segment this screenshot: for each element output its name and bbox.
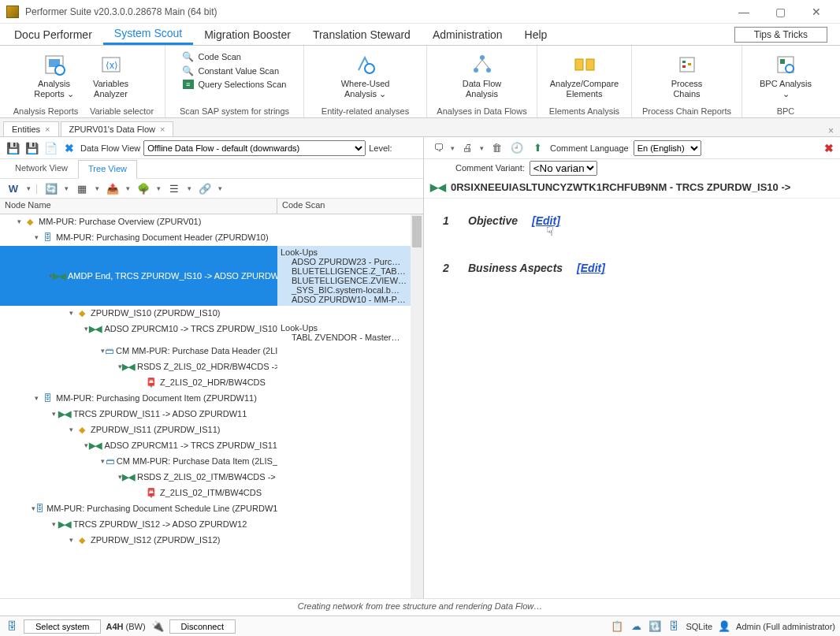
tree-row[interactable]: ▾▶◀RSDS Z_2LIS_02_ITM/BW4CDS -> A — [0, 470, 423, 485]
menu-docu-performer[interactable]: Docu Performer — [3, 25, 103, 44]
tree-scrollbar[interactable] — [411, 214, 423, 598]
cloud-icon[interactable]: ☁ — [629, 619, 643, 634]
sqlite-icon: 🗄 — [667, 619, 681, 634]
trash-icon[interactable]: 🗑 — [489, 141, 504, 155]
expand-icon[interactable]: ▾ — [32, 233, 41, 241]
expand-icon[interactable]: ▾ — [66, 536, 76, 544]
tree-row[interactable]: ▾◆ZPURDW_IS12 (ZPURDW_IS12) — [0, 533, 423, 549]
comment-language-combo[interactable]: En (English) — [634, 140, 701, 156]
tree-label: RSDS Z_2LIS_02_HDR/BW4CDS -> A — [137, 362, 277, 371]
svg-rect-12 — [682, 61, 686, 63]
close-comment-icon[interactable]: ✖ — [824, 142, 834, 154]
comment-variant-combo[interactable]: <No variant> — [530, 161, 597, 176]
close-button[interactable]: ✕ — [799, 1, 834, 23]
tree-row[interactable]: ▾🗄MM-PUR: Purchasing Document Item (ZPUR… — [0, 391, 423, 407]
menu-administration[interactable]: Administration — [422, 25, 514, 44]
h-icon: ▶◀ — [58, 519, 71, 530]
col-code-scan[interactable]: Code Scan — [277, 199, 423, 214]
edit-business-aspects-link[interactable]: [Edit] — [577, 262, 605, 274]
expand-icon[interactable]: ▾ — [49, 410, 58, 418]
analyze-compare-elements-button[interactable]: Analyze/Compare Elements — [547, 50, 622, 101]
process-chains-button[interactable]: Process Chains — [663, 50, 711, 101]
expand-icon[interactable]: ▾ — [49, 520, 58, 528]
tree-row[interactable]: ▾▶◀TRCS ZPURDW_IS11 -> ADSO ZPURDW11 — [0, 407, 423, 422]
tab-entities[interactable]: Entities× — [3, 121, 59, 136]
history-icon[interactable]: 🕘 — [509, 141, 525, 155]
port-icon[interactable]: 🔌 — [151, 619, 165, 634]
tree-row[interactable]: ▾◆ZPURDW_IS10 (ZPURDW_IS10) — [0, 306, 423, 322]
tree-row[interactable]: ▾▶◀ADSO ZPURCM11 -> TRCS ZPURDW_IS11 — [0, 438, 423, 454]
menu-system-scout[interactable]: System Scout — [103, 24, 193, 45]
save-icon[interactable]: 💾 — [5, 140, 20, 156]
tree-row[interactable]: ▾◆ZPURDW_IS11 (ZPURDW_IS11) — [0, 422, 423, 438]
lookup-item: ADSO ZPURDW23 - Purc… — [281, 257, 420, 266]
tips-and-tricks[interactable]: Tips & Tricks — [734, 27, 827, 43]
query-scan-icon: ≡ — [183, 80, 194, 89]
menu-migration-booster[interactable]: Migration Booster — [193, 25, 302, 44]
tree-icon[interactable]: 🌳 — [135, 180, 152, 196]
tree-row[interactable]: 📮Z_2LIS_02_HDR/BW4CDS — [0, 375, 423, 391]
sync-icon[interactable]: 🔃 — [648, 619, 662, 634]
minimize-button[interactable]: — — [727, 1, 761, 23]
menu-help[interactable]: Help — [514, 25, 559, 44]
tree-row[interactable]: ▾◆MM-PUR: Purchase Overview (ZPURV01) — [0, 214, 423, 230]
tab-network-view[interactable]: Network View — [5, 159, 78, 178]
tree-row[interactable]: ▾🗄MM-PUR: Purchasing Document Schedule L… — [0, 501, 423, 517]
where-used-analysis-button[interactable]: Where-Used Analysis ⌄ — [338, 50, 393, 101]
tab-tree-view[interactable]: Tree View — [78, 160, 137, 179]
constant-value-scan[interactable]: 🔍Constant Value Scan — [181, 65, 288, 77]
col-node-name[interactable]: Node Name — [0, 199, 277, 214]
expand-icon[interactable]: ▾ — [66, 309, 76, 317]
close-panel-icon[interactable]: × — [822, 125, 840, 136]
delete-icon[interactable]: ✖ — [61, 140, 77, 156]
bpc-analysis-button[interactable]: BPC Analysis ⌄ — [756, 50, 815, 101]
tree-label: MM-PUR: Purchasing Document Schedule Lin… — [46, 504, 277, 513]
tree-label: CM MM-PUR: Purchase Data Header (2LI — [116, 346, 277, 355]
code-scan-icon: 🔍 — [183, 51, 194, 62]
tree-row[interactable]: ▾▶◀AMDP End, TRCS ZPURDW_IS10 -> ADSO ZP… — [0, 246, 423, 306]
tree-row[interactable]: 📮Z_2LIS_02_ITM/BW4CDS — [0, 485, 423, 501]
h-icon: ▶◀ — [89, 323, 102, 334]
tree-row[interactable]: ▾▶◀ADSO ZPURCM10 -> TRCS ZPURDW_IS10Look… — [0, 322, 423, 344]
expand-icon[interactable]: ▾ — [14, 218, 24, 225]
svg-rect-10 — [586, 59, 594, 70]
confirm-icon[interactable]: 📄 — [43, 140, 58, 156]
disconnect-button[interactable]: Disconnect — [169, 619, 236, 634]
comment-icon[interactable]: 🗨 — [430, 141, 446, 155]
expand-icon[interactable]: ▾ — [32, 394, 41, 402]
tree-row[interactable]: ▾🗃CM MM-PUR: Purchase Data Item (2LIS_ — [0, 454, 423, 470]
select-system-button[interactable]: Select system — [24, 619, 101, 634]
dataflow-view-combo[interactable]: Offline Data Flow - default (downwards) — [143, 140, 366, 156]
cursor-icon: ☟ — [546, 224, 554, 239]
up-arrow-icon[interactable]: ⬆ — [530, 141, 545, 155]
maximize-button[interactable]: ▢ — [763, 1, 797, 23]
db-icon[interactable]: 🗄 — [5, 619, 19, 634]
lookup-item: BLUETELLIGENCE.Z_TAB… — [281, 266, 420, 276]
clipboard-icon[interactable]: 📋 — [610, 619, 624, 634]
up-icon[interactable]: 📤 — [104, 180, 121, 196]
expand-icon[interactable]: ▾ — [66, 426, 76, 433]
variables-analyzer-button[interactable]: ⟨x⟩ Variables Analyzer — [87, 50, 135, 101]
save-all-icon[interactable]: 💾 — [24, 140, 39, 156]
svg-rect-13 — [682, 65, 686, 68]
compare-icon — [573, 53, 597, 76]
tree-row[interactable]: ▾▶◀TRCS ZPURDW_IS12 -> ADSO ZPURDW12 — [0, 517, 423, 533]
tree-row[interactable]: ▾🗄MM-PUR: Purchasing Document Header (ZP… — [0, 230, 423, 246]
tree-row[interactable]: ▾▶◀RSDS Z_2LIS_02_HDR/BW4CDS -> A — [0, 359, 423, 375]
data-flow-analysis-button[interactable]: Data Flow Analysis — [459, 50, 506, 101]
print-icon[interactable]: 🖨 — [459, 141, 475, 155]
tree-row[interactable]: ▾🗃CM MM-PUR: Purchase Data Header (2LI — [0, 344, 423, 359]
close-tab-icon[interactable]: × — [45, 125, 50, 134]
h-icon: ▶◀ — [122, 361, 135, 372]
analysis-reports-button[interactable]: Analysis Reports ⌄ — [31, 50, 78, 101]
query-selections-scan[interactable]: ≡Query Selections Scan — [181, 79, 288, 90]
word-icon[interactable]: W — [5, 180, 22, 196]
tab-dataflow[interactable]: ZPURV01's Data Flow× — [61, 121, 174, 136]
close-tab-icon[interactable]: × — [160, 125, 165, 134]
refresh-icon[interactable]: 🔄 — [43, 180, 60, 196]
link-icon[interactable]: 🔗 — [196, 180, 214, 196]
list-icon[interactable]: ☰ — [165, 180, 183, 196]
code-scan[interactable]: 🔍Code Scan — [181, 50, 288, 63]
menu-translation-steward[interactable]: Translation Steward — [302, 25, 422, 44]
grid-icon[interactable]: ▦ — [73, 180, 91, 196]
